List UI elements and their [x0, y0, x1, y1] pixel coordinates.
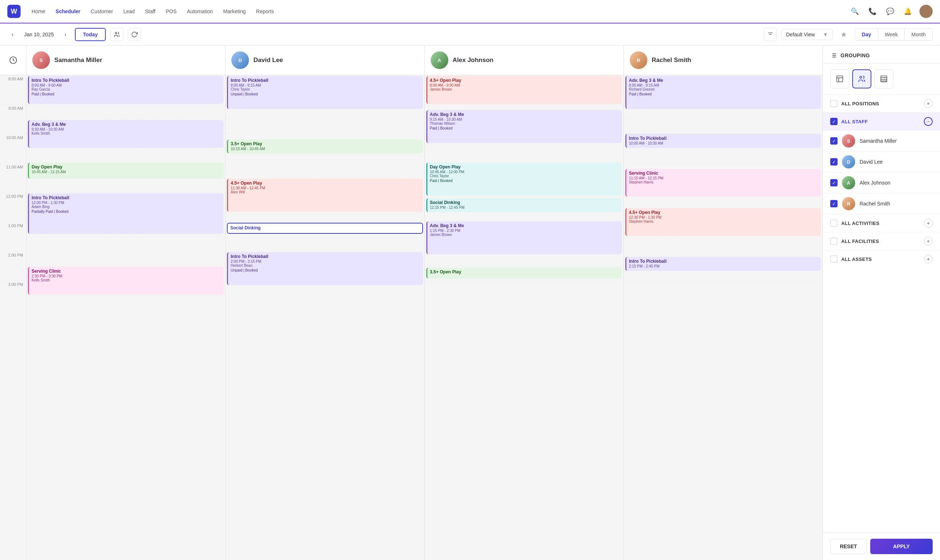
samantha-checkbox[interactable]: ✓	[830, 137, 838, 145]
whatsapp-icon[interactable]: 💬	[884, 6, 896, 17]
rachel-mini-avatar: R	[842, 197, 855, 210]
svg-point-14	[860, 76, 862, 78]
toolbar: ‹ Jan 10, 2025 › Today Default View ▼ ★ …	[0, 23, 940, 46]
event-david-1[interactable]: Intro To Pickleball 8:00 AM - 9:15 AM Ch…	[227, 76, 423, 109]
nav-automation[interactable]: Automation	[187, 8, 213, 14]
top-navigation: W Home Scheduler Customer Lead Staff POS…	[0, 0, 940, 23]
panel-header: GROUPING	[823, 46, 940, 63]
prev-date-button[interactable]: ‹	[7, 29, 18, 40]
event-samantha-2[interactable]: Adv. Beg 3 & Me 9:30 AM - 10:30 AM Kells…	[28, 120, 223, 148]
all-staff-collapse[interactable]: −	[924, 117, 933, 126]
event-rachel-1[interactable]: Adv. Beg 3 & Me 8:00 AM - 9:15 AM Richar…	[625, 76, 821, 109]
event-david-2[interactable]: 3.5+ Open Play 10:15 AM - 10:45 AM	[227, 140, 423, 153]
event-samantha-3[interactable]: Day Open Play 10:45 AM - 11:15 AM	[28, 163, 223, 179]
rachel-checkbox[interactable]: ✓	[830, 200, 838, 207]
all-staff-label: ALL STAFF	[841, 119, 868, 125]
nav-reports[interactable]: Reports	[256, 8, 274, 14]
apply-button[interactable]: APPLY	[870, 539, 933, 554]
alex-mini-avatar: A	[842, 176, 855, 189]
event-rachel-3[interactable]: Serving Clinic 11:15 AM - 12:15 PM Steph…	[625, 169, 821, 197]
nav-marketing[interactable]: Marketing	[223, 8, 246, 14]
building-group-button[interactable]	[830, 69, 849, 88]
staff-header-rachel: R Rachel Smith	[624, 46, 823, 75]
event-samantha-1[interactable]: Intro To Pickleball 8:00 AM - 9:00 AM Ra…	[28, 76, 223, 104]
view-select[interactable]: Default View ▼	[781, 29, 833, 40]
view-select-label: Default View	[786, 32, 815, 37]
event-alex-4[interactable]: Social Dinking 12:15 PM - 12:45 PM	[426, 198, 622, 212]
event-rachel-5[interactable]: Intro To Pickleball 2:15 PM - 2:45 PM	[625, 257, 821, 271]
all-positions-checkbox[interactable]	[830, 100, 838, 107]
favorite-button[interactable]: ★	[837, 28, 851, 41]
david-staff-name: David Lee	[860, 159, 883, 165]
logo-icon: W	[7, 5, 20, 18]
samantha-name: Samantha Miller	[54, 57, 102, 64]
today-button[interactable]: Today	[75, 28, 106, 41]
event-alex-2[interactable]: Adv. Beg 3 & Me 9:15 AM - 10:30 AM Thoma…	[426, 110, 622, 143]
event-rachel-4[interactable]: 4.5+ Open Play 12:30 PM - 1:30 PM Stephe…	[625, 208, 821, 236]
rachel-staff-name: Rachel Smith	[860, 201, 890, 207]
reset-button[interactable]: RESET	[830, 539, 866, 554]
event-david-3[interactable]: 4.5+ Open Play 11:30 AM - 12:45 PM Alex …	[227, 179, 423, 212]
all-facilities-expand[interactable]: +	[924, 237, 933, 246]
event-rachel-2[interactable]: Intro To Pickleball 10:00 AM - 10:30 AM	[625, 134, 821, 148]
alex-checkbox[interactable]: ✓	[830, 179, 838, 186]
all-staff-checkbox[interactable]: ✓	[830, 118, 838, 125]
david-avatar: D	[231, 51, 249, 69]
event-david-4[interactable]: Social Dinking	[227, 223, 423, 234]
rachel-grid-col: Adv. Beg 3 & Me 8:00 AM - 9:15 AM Richar…	[624, 75, 823, 560]
all-assets-expand[interactable]: +	[924, 255, 933, 263]
time-800: 8:00 AM	[0, 75, 26, 105]
nav-pos[interactable]: POS	[166, 8, 177, 14]
david-checkbox[interactable]: ✓	[830, 158, 838, 166]
time-1100: 11:00 AM	[0, 163, 26, 193]
staff-view-button[interactable]	[110, 28, 123, 41]
time-900: 9:00 AM	[0, 105, 26, 134]
event-samantha-5[interactable]: Serving Clinic 2:30 PM - 3:30 PM Kells S…	[28, 267, 223, 295]
event-samantha-4[interactable]: Intro To Pickleball 12:00 PM - 1:30 PM A…	[28, 193, 223, 234]
svg-rect-11	[837, 76, 843, 82]
all-positions-expand[interactable]: +	[924, 99, 933, 108]
samantha-grid-col: Intro To Pickleball 8:00 AM - 9:00 AM Ra…	[26, 75, 225, 560]
panel-title: GROUPING	[840, 52, 870, 58]
table-group-button[interactable]	[874, 69, 893, 88]
next-date-button[interactable]: ›	[60, 29, 71, 40]
staff-list-item-alex: ✓ A Alex Johnson	[823, 172, 940, 193]
nav-icons: 🔍 📞 💬 🔔	[849, 5, 933, 18]
phone-icon[interactable]: 📞	[866, 6, 878, 17]
event-alex-3[interactable]: Day Open Play 10:45 AM - 12:00 PM Chris …	[426, 163, 622, 195]
grouping-panel: GROUPING ALL POSITIONS + ✓	[823, 46, 940, 560]
nav-home[interactable]: Home	[32, 8, 45, 14]
user-avatar[interactable]	[920, 5, 933, 18]
event-david-5[interactable]: Intro To Pickleball 2:00 PM - 3:15 PM He…	[227, 252, 423, 285]
date-navigation: ‹ Jan 10, 2025 ›	[7, 29, 71, 40]
rachel-name: Rachel Smith	[652, 57, 692, 64]
all-facilities-checkbox[interactable]	[830, 237, 838, 245]
event-alex-6[interactable]: 3.5+ Open Play	[426, 268, 622, 278]
all-activities-section: ALL ACTIVITIES +	[823, 214, 940, 232]
nav-staff[interactable]: Staff	[145, 8, 156, 14]
all-facilities-section: ALL FACILITIES +	[823, 232, 940, 250]
nav-customer[interactable]: Customer	[91, 8, 113, 14]
all-activities-checkbox[interactable]	[830, 220, 838, 227]
alex-staff-name: Alex Johnson	[860, 180, 891, 186]
grouping-icon	[830, 52, 837, 59]
month-tab[interactable]: Month	[905, 29, 932, 40]
staff-header-samantha: S Samantha Miller	[26, 46, 225, 75]
filter-button[interactable]	[764, 28, 777, 41]
nav-lead[interactable]: Lead	[123, 8, 135, 14]
staff-list-item-david: ✓ D David Lee	[823, 151, 940, 172]
event-alex-5[interactable]: Adv. Beg 3 & Me 1:15 PM - 2:30 PM James …	[426, 221, 622, 254]
all-assets-section: ALL ASSETS +	[823, 250, 940, 268]
day-tab[interactable]: Day	[855, 29, 878, 40]
people-group-button[interactable]	[852, 69, 871, 88]
refresh-button[interactable]	[128, 28, 141, 41]
david-name: David Lee	[253, 57, 283, 64]
alex-grid-col: 4.5+ Open Play 8:00 AM - 9:00 AM James B…	[425, 75, 624, 560]
event-alex-1[interactable]: 4.5+ Open Play 8:00 AM - 9:00 AM James B…	[426, 76, 622, 104]
week-tab[interactable]: Week	[878, 29, 905, 40]
nav-scheduler[interactable]: Scheduler	[55, 8, 80, 14]
all-assets-checkbox[interactable]	[830, 255, 838, 263]
all-activities-expand[interactable]: +	[924, 219, 933, 228]
search-icon[interactable]: 🔍	[849, 6, 861, 17]
notification-icon[interactable]: 🔔	[902, 6, 914, 17]
